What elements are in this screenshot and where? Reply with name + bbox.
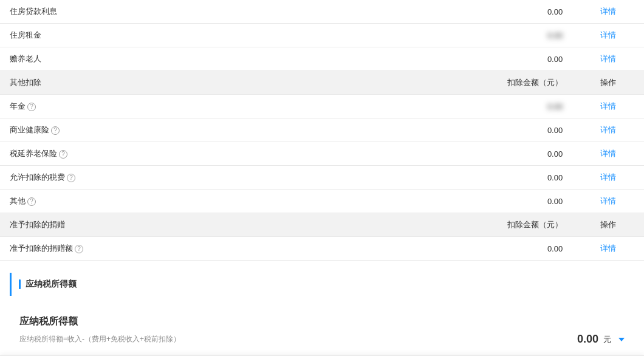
amount-value: 0.00 [547,31,563,40]
section-title-bar-wrapper: 应纳税所得额 [10,273,644,296]
row-name-cell: 赡养老人 [0,47,430,71]
page-wrapper: 住房贷款利息 0.00 详情 住房租金 0.00 详情 赡养老人 0.00 详情… [0,0,644,359]
table-row: 税延养老保险? 0.00 详情 [0,142,644,166]
table-section-header: 准予扣除的捐赠 扣除金额（元） 操作 [0,213,644,237]
table-row: 允许扣除的税费? 0.00 详情 [0,166,644,190]
amount-value: 0.00 [547,126,563,135]
detail-link[interactable]: 详情 [600,173,616,182]
row-name-cell: 税延养老保险? [0,142,430,166]
amount-value: 0.00 [547,55,563,64]
row-action-cell[interactable]: 详情 [572,237,644,261]
row-name-cell: 年金? [0,95,430,118]
amount-value: 0.00 [547,102,563,111]
header-action-cell: 操作 [572,213,644,237]
amount-value: 0.00 [547,7,563,16]
row-name-cell: 允许扣除的税费? [0,166,430,190]
row-action-cell[interactable]: 详情 [572,47,644,71]
table-row: 住房租金 0.00 详情 [0,24,644,47]
table-row: 赡养老人 0.00 详情 [0,47,644,71]
row-action-cell[interactable]: 详情 [572,0,644,24]
help-icon[interactable]: ? [27,197,36,206]
row-action-cell[interactable]: 详情 [572,118,644,142]
row-action-cell[interactable]: 详情 [572,166,644,190]
row-action-cell[interactable]: 详情 [572,190,644,213]
amount-value: 0.00 [547,173,563,182]
table-section-header: 其他扣除 扣除金额（元） 操作 [0,71,644,95]
row-amount-cell: 0.00 [430,166,573,190]
dropdown-icon[interactable] [618,338,625,341]
row-amount-cell: 0.00 [430,24,573,47]
header-amount-cell: 扣除金额（元） [430,71,573,95]
table-row: 商业健康险? 0.00 详情 [0,118,644,142]
tax-income-value: 0.00 [577,333,598,346]
row-amount-cell: 0.00 [430,237,573,261]
help-icon[interactable]: ? [51,126,60,135]
tax-income-block-title: 应纳税所得额 [19,315,625,328]
row-name-cell: 住房租金 [0,24,430,47]
tax-income-section: 应纳税所得额 应纳税所得额 应纳税所得额=收入-（费用+免税收入+税前扣除） 0… [0,261,644,355]
detail-link[interactable]: 详情 [600,149,616,158]
deduction-table: 住房贷款利息 0.00 详情 住房租金 0.00 详情 赡养老人 0.00 详情… [0,0,644,261]
detail-link[interactable]: 详情 [600,196,616,205]
row-action-cell[interactable]: 详情 [572,95,644,118]
detail-link[interactable]: 详情 [600,101,616,111]
row-amount-cell: 0.00 [430,190,573,213]
table-row: 年金? 0.00 详情 [0,95,644,118]
detail-link[interactable]: 详情 [600,30,616,39]
help-icon[interactable]: ? [27,103,36,111]
detail-link[interactable]: 详情 [600,125,616,134]
detail-link[interactable]: 详情 [600,7,616,16]
section-title-text: 应纳税所得额 [26,279,77,290]
row-action-cell[interactable]: 详情 [572,24,644,47]
row-amount-cell: 0.00 [430,0,573,24]
row-name-cell: 住房贷款利息 [0,0,430,24]
tax-income-unit: 元 [603,334,611,345]
tax-income-block: 应纳税所得额 应纳税所得额=收入-（费用+免税收入+税前扣除） 0.00 元 [10,306,634,355]
amount-value: 0.00 [547,244,563,253]
content-area: 住房贷款利息 0.00 详情 住房租金 0.00 详情 赡养老人 0.00 详情… [0,0,644,355]
tax-income-formula: 应纳税所得额=收入-（费用+免税收入+税前扣除） [19,334,180,344]
row-name-cell: 其他? [0,190,430,213]
row-amount-cell: 0.00 [430,118,573,142]
row-name-cell: 准予扣除的捐赠额? [0,237,430,261]
help-icon[interactable]: ? [59,150,67,159]
row-amount-cell: 0.00 [430,47,573,71]
header-action-cell: 操作 [572,71,644,95]
help-icon[interactable]: ? [67,174,75,182]
help-icon[interactable]: ? [75,245,83,253]
header-name-cell: 准予扣除的捐赠 [0,213,430,237]
table-row: 其他? 0.00 详情 [0,190,644,213]
tax-income-value-wrapper: 0.00 元 [577,333,625,346]
row-amount-cell: 0.00 [430,95,573,118]
detail-link[interactable]: 详情 [600,54,616,63]
amount-value: 0.00 [547,197,563,206]
header-amount-cell: 扣除金额（元） [430,213,573,237]
row-amount-cell: 0.00 [430,142,573,166]
table-row: 准予扣除的捐赠额? 0.00 详情 [0,237,644,261]
row-action-cell[interactable]: 详情 [572,142,644,166]
table-row: 住房贷款利息 0.00 详情 [0,0,644,24]
section-title-bar-accent [19,279,21,289]
detail-link[interactable]: 详情 [600,244,616,253]
amount-value: 0.00 [547,149,563,159]
bottom-bar: 应纳税所得额合计 0.00 元 退出 保存 上一步 下一步 [0,355,644,359]
row-name-cell: 商业健康险? [0,118,430,142]
tax-income-row: 应纳税所得额=收入-（费用+免税收入+税前扣除） 0.00 元 [19,333,625,346]
header-name-cell: 其他扣除 [0,71,430,95]
